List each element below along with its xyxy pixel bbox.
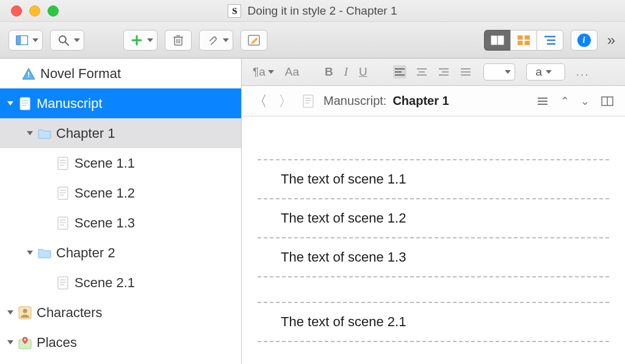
- window-title-text: Doing it in style 2 - Chapter 1: [247, 4, 397, 18]
- close-window-button[interactable]: [11, 5, 22, 16]
- layout-icon: [15, 34, 29, 47]
- binder-item-scene-1-1[interactable]: Scene 1.1: [0, 148, 241, 178]
- font-label: Aa: [285, 65, 299, 79]
- scene-text[interactable]: The text of scene 1.1: [258, 160, 609, 198]
- inspector-button[interactable]: i: [571, 30, 598, 51]
- window-title: S Doing it in style 2 - Chapter 1: [0, 4, 625, 18]
- layout-button[interactable]: [9, 30, 43, 51]
- binder-item-chapter-2[interactable]: Chapter 2: [0, 238, 241, 268]
- history-back-button[interactable]: 〈: [253, 91, 267, 111]
- underline-button[interactable]: U: [359, 65, 367, 79]
- text-doc-icon: [56, 187, 70, 200]
- svg-line-3: [65, 42, 68, 45]
- align-center-button[interactable]: [415, 65, 428, 79]
- align-left-button[interactable]: [393, 65, 406, 79]
- path-bar-controls: ⌃ ⌄: [536, 95, 614, 108]
- scrivenings-icon: [491, 34, 504, 47]
- svg-rect-32: [58, 187, 68, 199]
- view-outline-button[interactable]: [536, 30, 563, 51]
- text-color-select[interactable]: [483, 63, 515, 80]
- pilcrow-icon: ¶a: [253, 65, 266, 79]
- scene-text[interactable]: The text of scene 1.3: [258, 238, 609, 276]
- bold-button[interactable]: B: [325, 65, 333, 79]
- disclosure-triangle-icon[interactable]: [7, 101, 13, 105]
- plus-icon: [130, 34, 143, 47]
- contents-menu-button[interactable]: [536, 95, 549, 108]
- zoom-window-button[interactable]: [48, 5, 59, 16]
- toolbar-overflow-button[interactable]: »: [605, 32, 616, 49]
- places-icon: [18, 336, 32, 349]
- prev-doc-button[interactable]: ⌃: [560, 95, 569, 108]
- view-mode-segmented: [484, 30, 563, 51]
- search-button[interactable]: [50, 30, 84, 51]
- attach-button[interactable]: [199, 30, 233, 51]
- underline-label: U: [359, 65, 367, 79]
- editor-pane: ¶a Aa B I U: [242, 59, 625, 364]
- binder-item-label: Chapter 1: [56, 126, 241, 141]
- paragraph-style-button[interactable]: ¶a: [253, 65, 274, 79]
- format-bar-overflow[interactable]: ...: [576, 65, 590, 79]
- binder-item-label: Characters: [37, 305, 241, 321]
- binder-item-label: Places: [37, 335, 241, 351]
- text-doc-icon: [56, 157, 70, 170]
- font-button[interactable]: Aa: [285, 65, 299, 79]
- scene-text[interactable]: The text of scene 1.2: [258, 199, 609, 237]
- scene-divider: [258, 341, 609, 342]
- line-spacing-select[interactable]: a: [526, 63, 565, 80]
- compose-button[interactable]: [240, 30, 267, 51]
- svg-rect-25: [22, 100, 28, 101]
- path-title[interactable]: Manuscript: Chapter 1: [323, 94, 527, 108]
- binder-item-characters[interactable]: Characters: [0, 298, 241, 327]
- binder-item-novel-format[interactable]: ! Novel Format: [0, 59, 241, 88]
- search-icon: [57, 34, 70, 47]
- folder-icon: [38, 127, 51, 140]
- binder-item-scene-1-2[interactable]: Scene 1.2: [0, 178, 241, 208]
- binder-item-scene-2-1[interactable]: Scene 2.1: [0, 268, 241, 298]
- binder-item-manuscript[interactable]: Manuscript: [0, 88, 241, 118]
- view-corkboard-button[interactable]: [510, 30, 536, 51]
- svg-rect-1: [16, 35, 21, 45]
- bold-label: B: [325, 65, 333, 79]
- alignment-group: [393, 65, 472, 79]
- editor-body[interactable]: The text of scene 1.1 The text of scene …: [242, 116, 625, 364]
- history-forward-button[interactable]: 〉: [278, 91, 293, 111]
- italic-button[interactable]: I: [344, 65, 348, 79]
- align-right-button[interactable]: [437, 65, 450, 79]
- add-button[interactable]: [123, 30, 157, 51]
- binder-sidebar: ! Novel Format Manuscript Chapter 1 Scen…: [0, 59, 242, 364]
- disclosure-triangle-icon[interactable]: [7, 340, 13, 344]
- editor-path-bar: 〈 〉 Manuscript: Chapter 1 ⌃ ⌄: [242, 86, 625, 116]
- disclosure-triangle-icon[interactable]: [7, 310, 13, 315]
- view-scrivenings-button[interactable]: [484, 30, 510, 51]
- svg-rect-17: [518, 41, 523, 45]
- disclosure-triangle-icon[interactable]: [27, 251, 33, 255]
- svg-rect-60: [303, 95, 313, 107]
- binder-item-scene-1-3[interactable]: Scene 1.3: [0, 208, 241, 238]
- align-justify-button[interactable]: [459, 65, 472, 79]
- main-area: ! Novel Format Manuscript Chapter 1 Scen…: [0, 59, 625, 364]
- binder-item-places[interactable]: Places: [0, 327, 241, 357]
- trash-button[interactable]: [165, 30, 192, 51]
- chevron-down-icon: [147, 38, 153, 42]
- disclosure-triangle-icon[interactable]: [27, 131, 33, 135]
- minimize-window-button[interactable]: [29, 5, 40, 16]
- binder-item-label: Scene 1.3: [74, 215, 241, 231]
- svg-rect-28: [58, 157, 68, 170]
- trash-icon: [172, 34, 185, 47]
- svg-rect-13: [491, 36, 497, 45]
- svg-text:!: !: [27, 71, 30, 79]
- format-bar: ¶a Aa B I U: [242, 59, 625, 86]
- path-current: Chapter 1: [392, 94, 449, 108]
- template-info-icon: !: [22, 67, 35, 80]
- split-view-button[interactable]: [601, 95, 614, 108]
- app-icon: S: [228, 4, 241, 18]
- character-icon: [18, 306, 32, 319]
- paperclip-icon: [206, 34, 219, 47]
- folder-icon: [38, 246, 51, 260]
- titlebar: S Doing it in style 2 - Chapter 1: [0, 0, 625, 22]
- chevron-down-icon: [32, 38, 38, 42]
- scene-text[interactable]: The text of scene 2.1: [258, 303, 609, 341]
- binder-item-label: Scene 1.2: [74, 185, 241, 201]
- next-doc-button[interactable]: ⌄: [580, 95, 590, 108]
- binder-item-chapter-1[interactable]: Chapter 1: [0, 118, 241, 148]
